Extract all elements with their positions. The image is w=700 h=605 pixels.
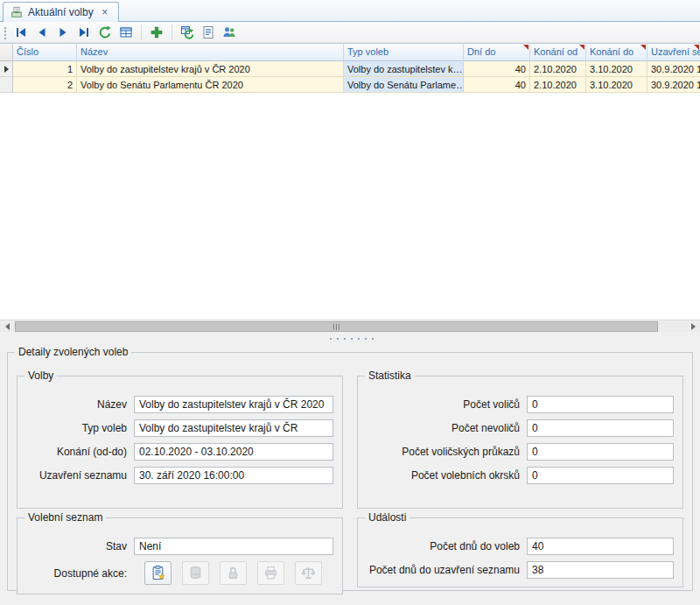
konani-field[interactable]: 02.10.2020 - 03.10.2020 [134, 443, 333, 461]
lock-icon [226, 566, 241, 580]
users-icon [222, 25, 236, 39]
dnu-do-voleb-field[interactable]: 40 [527, 538, 674, 555]
edit-report-button[interactable] [144, 561, 172, 585]
uzavreni-seznamu-label: Uzavření seznamu [24, 469, 134, 482]
typ-voleb-label: Typ voleb [24, 422, 134, 434]
database-button [182, 561, 209, 585]
row-pointer-icon [4, 66, 9, 73]
print-icon [263, 566, 278, 580]
cell-nazev: Volby do zastupitelstev krajů v ČR 2020 [77, 61, 344, 77]
cell-konani-od: 2.10.2020 [530, 61, 586, 77]
cell-cislo: 2 [13, 77, 77, 93]
table-row[interactable]: 2 Volby do Senátu Parlamentu ČR 2020 Vol… [0, 77, 700, 93]
udalosti-title: Události [365, 511, 410, 524]
details-title: Detaily zvolených voleb [15, 346, 131, 358]
column-header-konani-od[interactable]: Konání od [530, 44, 586, 61]
statistika-groupbox: Statistika Počet voličů 0 Počet nevoličů… [357, 376, 683, 509]
lock-button [220, 561, 247, 585]
toolbar-separator [141, 25, 142, 40]
cell-konani-do: 3.10.2020 [586, 77, 648, 93]
next-record-icon [56, 25, 70, 39]
tab-close-icon[interactable]: × [99, 6, 111, 18]
stav-field[interactable]: Není [134, 538, 333, 555]
cell-typ-voleb: Volby do zastupitelstev k… [344, 61, 464, 77]
column-header-cislo[interactable]: Číslo [13, 44, 77, 61]
cell-konani-do: 3.10.2020 [586, 61, 648, 77]
current-row-indicator [0, 61, 13, 77]
refresh-button[interactable] [95, 23, 115, 42]
scroll-right-button[interactable] [686, 320, 700, 333]
cell-dni-do: 40 [464, 61, 530, 77]
nazev-label: Název [24, 398, 134, 411]
cell-dni-do: 40 [464, 77, 530, 93]
toolbar-separator [172, 25, 172, 40]
panel-splitter[interactable] [0, 332, 700, 343]
table-row[interactable]: 1 Volby do zastupitelstev krajů v ČR 202… [0, 61, 700, 77]
volby-title: Volby [24, 369, 57, 382]
last-record-icon [77, 25, 91, 39]
filter-mark-icon [523, 45, 528, 50]
konani-label: Konání (od-do) [24, 446, 134, 458]
uzavreni-seznamu-field[interactable]: 30. září 2020 16:00:00 [134, 467, 333, 484]
filter-mark-icon [579, 45, 584, 50]
typ-voleb-field[interactable]: Volby do zastupitelstev krajů v ČR [134, 419, 333, 437]
previous-record-button[interactable] [32, 23, 52, 42]
pocet-nevolicu-label: Počet nevoličů [365, 422, 527, 434]
sync-data-icon [180, 25, 194, 39]
grid-view-button[interactable] [116, 23, 136, 42]
column-header-dni-do[interactable]: Dní do [464, 44, 530, 61]
cell-typ-voleb: Volby do Senátu Parlame… [344, 77, 464, 93]
next-record-button[interactable] [53, 23, 73, 42]
tab-aktualni-volby[interactable]: Aktuální volby × [3, 2, 119, 22]
cell-uzavreni: 30.9.2020 16:00 [648, 61, 700, 77]
plus-icon [150, 25, 164, 39]
scroll-left-button[interactable] [0, 320, 14, 333]
dnu-do-uzavreni-field[interactable]: 38 [527, 561, 674, 579]
cell-cislo: 1 [13, 61, 77, 77]
column-header-uzavreni[interactable]: Uzavření se [648, 44, 700, 61]
filter-mark-icon [694, 45, 699, 50]
grid-view-icon [119, 25, 133, 39]
first-record-icon [14, 25, 28, 39]
users-button[interactable] [220, 23, 239, 42]
column-header-typ-voleb[interactable]: Typ voleb [344, 44, 464, 61]
pocet-nevolicu-field[interactable]: 0 [527, 419, 674, 437]
pocet-volicu-field[interactable]: 0 [527, 396, 674, 413]
details-panel: Detaily zvolených voleb Volby Název Volb… [0, 343, 700, 605]
toolbar-grip[interactable] [3, 25, 7, 39]
database-icon [188, 566, 203, 580]
volebni-seznam-groupbox: Volební seznam Stav Není Dostupné akce: [17, 517, 343, 594]
dnu-do-voleb-label: Počet dnů do voleb [365, 540, 527, 552]
statistika-title: Statistika [365, 369, 415, 382]
scrollbar-thumb[interactable] [15, 321, 658, 332]
report-button[interactable] [199, 23, 218, 42]
pocet-prukazu-label: Počet voličských průkazů [365, 446, 527, 458]
print-button [257, 561, 284, 585]
cell-uzavreni: 30.9.2020 16:00 [648, 77, 700, 93]
horizontal-scrollbar[interactable] [0, 320, 700, 332]
last-record-button[interactable] [74, 23, 94, 42]
tab-bar: Aktuální volby × [0, 0, 700, 22]
splitter-grip-icon [326, 336, 374, 340]
pocet-prukazu-field[interactable]: 0 [527, 443, 674, 461]
scales-button [295, 561, 322, 585]
scales-icon [301, 566, 316, 580]
pocet-okrsku-field[interactable]: 0 [527, 467, 674, 484]
sync-data-button[interactable] [178, 23, 197, 42]
details-groupbox: Detaily zvolených voleb Volby Název Volb… [7, 352, 693, 591]
column-header-nazev[interactable]: Název [77, 44, 344, 61]
add-button[interactable] [147, 23, 166, 42]
pocet-volicu-label: Počet voličů [365, 398, 527, 411]
scroll-left-icon [5, 323, 10, 330]
ballot-icon [10, 6, 23, 18]
nazev-field[interactable]: Volby do zastupitelstev krajů v ČR 2020 [134, 396, 333, 413]
edit-report-icon [150, 566, 165, 580]
column-header-konani-do[interactable]: Konání do [586, 44, 648, 61]
stav-label: Stav [24, 540, 134, 552]
cell-konani-od: 2.10.2020 [530, 77, 586, 93]
cell-nazev: Volby do Senátu Parlamentu ČR 2020 [77, 77, 344, 93]
first-record-button[interactable] [11, 23, 31, 42]
volebni-seznam-title: Volební seznam [24, 511, 106, 524]
grid-header-row: Číslo Název Typ voleb Dní do Konání od K… [0, 44, 700, 61]
toolbar [0, 22, 700, 43]
